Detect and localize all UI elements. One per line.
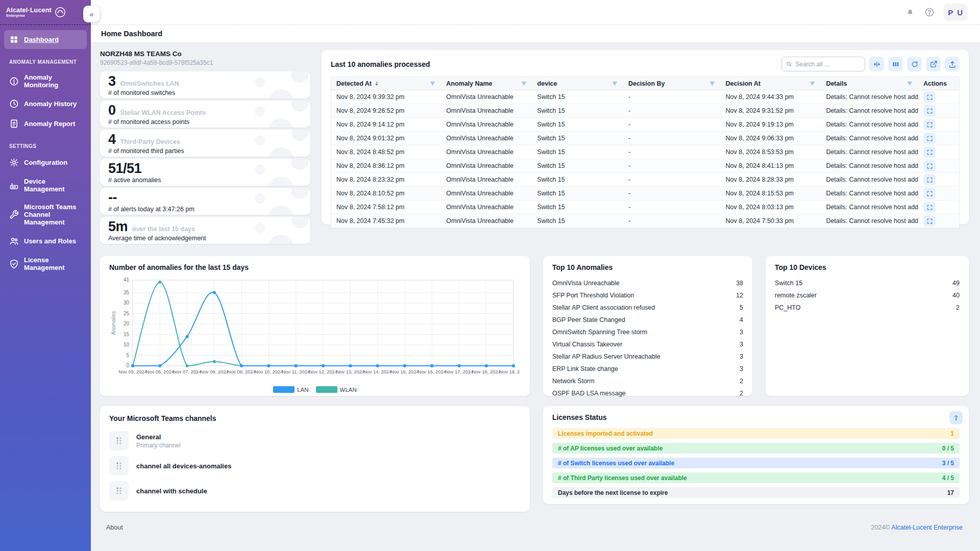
table-row[interactable]: Nov 8, 2024 7:58:12 pmOmniVista Unreacha… bbox=[331, 201, 959, 214]
cell-device: Switch 15 bbox=[532, 118, 623, 131]
dots-grid-icon bbox=[114, 486, 124, 496]
top-anomaly-row: BGP Peer State Changed4 bbox=[552, 314, 743, 326]
expand-row-button[interactable] bbox=[923, 215, 936, 227]
column-header-actions[interactable]: Actions bbox=[918, 77, 959, 90]
expand-row-button[interactable] bbox=[923, 146, 936, 158]
column-header-anomaly-name[interactable]: Anomaly Name bbox=[441, 77, 532, 90]
expand-row-button[interactable] bbox=[923, 174, 936, 185]
teams-channel-row[interactable]: channel with schedule bbox=[109, 481, 521, 500]
expand-icon bbox=[926, 121, 933, 128]
about-link[interactable]: About bbox=[106, 524, 123, 531]
cell-details: Details: Cannot resolve host addresss ..… bbox=[821, 159, 918, 172]
top-device-row: remote zscaler40 bbox=[775, 289, 960, 302]
cell-device: Switch 15 bbox=[532, 187, 623, 200]
cell-decision-at: Nov 8, 2024 7:50:33 pm bbox=[721, 214, 821, 228]
expand-row-button[interactable] bbox=[923, 188, 936, 199]
rank-name: Switch 15 bbox=[775, 280, 802, 287]
cell-detected-at: Nov 8, 2024 8:23:32 pm bbox=[331, 173, 441, 186]
table-row[interactable]: Nov 8, 2024 8:10:52 pmOmniVista Unreacha… bbox=[331, 187, 959, 201]
expand-row-button[interactable] bbox=[923, 133, 936, 144]
filter-icon[interactable] bbox=[521, 80, 527, 87]
sidebar-item-microsoft-teams-channel-management[interactable]: Microsoft Teams Channel Management bbox=[4, 198, 87, 231]
sidebar-item-label: Anomaly History bbox=[24, 100, 77, 108]
expand-row-button[interactable] bbox=[923, 160, 936, 171]
sidebar-item-anomaly-history[interactable]: Anomaly History bbox=[4, 94, 87, 113]
search-input[interactable] bbox=[795, 61, 861, 68]
expand-row-button[interactable] bbox=[923, 105, 936, 116]
open-external-button[interactable] bbox=[926, 57, 941, 71]
cell-decision-at: Nov 8, 2024 8:15:53 pm bbox=[721, 187, 821, 200]
top-anomaly-row: Virtual Chassis Takeover3 bbox=[552, 338, 743, 350]
legend-label: WLAN bbox=[340, 387, 357, 393]
filter-icon[interactable] bbox=[611, 80, 618, 87]
license-row: # of Third Party licenses used over avai… bbox=[552, 472, 960, 483]
column-header-detected-at[interactable]: Detected At bbox=[331, 77, 441, 90]
svg-text:10: 10 bbox=[124, 342, 130, 347]
upload-button[interactable] bbox=[945, 57, 960, 71]
sidebar-item-dashboard[interactable]: Dashboard bbox=[4, 30, 87, 49]
column-header-device[interactable]: device bbox=[532, 77, 623, 90]
sidebar-item-anomaly-report[interactable]: Anomaly Report bbox=[4, 114, 87, 133]
stat-value: 3 bbox=[108, 74, 116, 88]
filter-icon[interactable] bbox=[809, 80, 816, 87]
table-row[interactable]: Nov 8, 2024 8:23:32 pmOmniVista Unreacha… bbox=[331, 173, 959, 187]
expand-row-button[interactable] bbox=[923, 91, 936, 103]
table-row[interactable]: Nov 8, 2024 7:45:32 pmOmniVista Unreacha… bbox=[331, 214, 959, 228]
upload-icon bbox=[948, 60, 957, 68]
teams-channel-row[interactable]: channel all devices-anomalies bbox=[109, 456, 521, 475]
svg-text:Nov 05, 2024: Nov 05, 2024 bbox=[118, 369, 146, 374]
filter-icon[interactable] bbox=[429, 80, 436, 87]
report-icon bbox=[9, 119, 19, 129]
expand-row-button[interactable] bbox=[923, 119, 936, 130]
sidebar-item-anomaly-monitoring[interactable]: Anomaly Monitoring bbox=[4, 69, 87, 93]
svg-text:Nov 17, 2024: Nov 17, 2024 bbox=[445, 369, 473, 374]
table-row[interactable]: Nov 8, 2024 8:48:52 pmOmniVista Unreacha… bbox=[331, 145, 959, 159]
teams-channel-row[interactable]: GeneralPrimary channel bbox=[109, 431, 521, 450]
cell-decision-by: - bbox=[623, 214, 721, 228]
refresh-icon bbox=[911, 60, 919, 68]
sidebar-item-device-management[interactable]: Device Management bbox=[4, 173, 87, 197]
help-circle-icon[interactable] bbox=[924, 7, 935, 17]
cell-detected-at: Nov 8, 2024 9:26:52 pm bbox=[331, 104, 441, 117]
filter-icon[interactable] bbox=[709, 80, 716, 87]
cell-decision-by: - bbox=[623, 104, 721, 117]
copyright-link[interactable]: Alcatel-Lucent Enterprise bbox=[891, 524, 963, 531]
table-row[interactable]: Nov 8, 2024 9:26:52 pmOmniVista Unreacha… bbox=[331, 104, 959, 118]
user-avatar[interactable]: P U bbox=[944, 4, 968, 21]
anomalies-panel-title: Last 10 anomalies processed bbox=[331, 60, 430, 68]
anomalies-table: Detected AtAnomaly NamedeviceDecision By… bbox=[331, 77, 960, 229]
svg-text:15: 15 bbox=[124, 332, 130, 337]
column-header-details[interactable]: Details bbox=[821, 77, 918, 90]
cell-decision-by: - bbox=[623, 201, 721, 214]
column-header-decision-at[interactable]: Decision At bbox=[721, 77, 821, 90]
cell-anomaly-name: OmniVista Unreachable bbox=[441, 214, 532, 228]
sidebar-item-users-and-roles[interactable]: Users and Roles bbox=[4, 232, 87, 251]
cell-device: Switch 15 bbox=[532, 145, 623, 159]
stat-card: --# of alerts today at 3:47:26 pm bbox=[100, 188, 310, 215]
sidebar-item-label: Anomaly Monitoring bbox=[24, 73, 82, 89]
sidebar-item-license-management[interactable]: License Management bbox=[4, 252, 87, 276]
columns-button[interactable] bbox=[888, 57, 903, 71]
stat-suffix: over the last 15 days bbox=[132, 226, 195, 233]
sidebar-item-label: Dashboard bbox=[24, 36, 59, 43]
filter-icon[interactable] bbox=[906, 80, 913, 87]
expand-row-button[interactable] bbox=[923, 202, 936, 213]
notifications-bell-icon[interactable] bbox=[905, 7, 915, 17]
cell-anomaly-name: OmniVista Unreachable bbox=[441, 187, 532, 200]
company-id: 92690523-a9df-4a59-bcd9-578f525a35c1 bbox=[100, 59, 310, 66]
refresh-button[interactable] bbox=[907, 57, 922, 71]
table-row[interactable]: Nov 8, 2024 9:14:12 pmOmniVista Unreacha… bbox=[331, 118, 959, 132]
resize-columns-button[interactable] bbox=[869, 57, 884, 71]
licenses-help-button[interactable] bbox=[949, 411, 963, 424]
column-header-decision-by[interactable]: Decision By bbox=[623, 77, 721, 90]
table-row[interactable]: Nov 8, 2024 9:01:32 pmOmniVista Unreacha… bbox=[331, 132, 959, 145]
table-row[interactable]: Nov 8, 2024 8:36:12 pmOmniVista Unreacha… bbox=[331, 159, 959, 173]
sidebar-item-configuration[interactable]: Configuration bbox=[4, 153, 87, 172]
stat-label: # of monitored switches bbox=[108, 89, 302, 96]
table-row[interactable]: Nov 8, 2024 9:39:32 pmOmniVista Unreacha… bbox=[331, 90, 959, 104]
expand-icon bbox=[926, 204, 933, 211]
license-row: # of Switch licenses used over available… bbox=[552, 458, 960, 468]
expand-icon bbox=[926, 218, 933, 224]
stat-card: 51/51# active anomalies bbox=[100, 159, 310, 186]
sidebar-collapse-button[interactable]: « bbox=[83, 6, 100, 22]
